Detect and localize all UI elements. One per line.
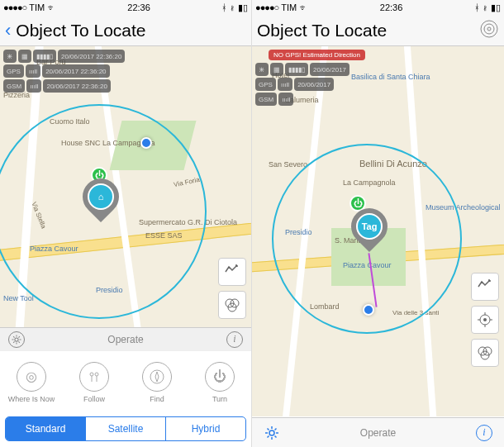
back-button[interactable]: ‹ xyxy=(5,20,11,41)
chip-signal-icon: ıııll xyxy=(26,64,40,78)
chip-timestamp: 20/06/2017 xyxy=(294,78,334,91)
phone-left: ●●●●○ TIM ᯤ 22:36 ᚼ ∦ ▮▯ ‹ Object To Loc… xyxy=(0,0,252,447)
nav-bar: ‹ Object To Locate xyxy=(0,15,251,46)
map-view[interactable]: Hotel Basilica di Santa Chiara Salumeria… xyxy=(252,46,504,416)
operate-bar: Operate i xyxy=(0,327,251,350)
operate-label: Operate xyxy=(107,334,143,345)
bottom-bar: Operate i xyxy=(252,417,504,447)
chip-batt-icon: ▮▮▮▮▯ xyxy=(33,50,56,63)
gps-warning-chip: NO GPS! Estimated Direction xyxy=(269,50,365,60)
settings-button[interactable] xyxy=(264,425,280,441)
map-type-button[interactable] xyxy=(218,258,246,286)
chip-batt-icon: ▮▮▮▮▯ xyxy=(285,63,308,76)
object-pin[interactable]: Tag xyxy=(351,208,388,254)
chip-timestamp: 20/06/2017 22:36:20 xyxy=(42,64,109,78)
bluetooth-icon: ᚼ ∦ xyxy=(221,2,235,12)
svg-point-5 xyxy=(95,373,98,376)
svg-point-3 xyxy=(15,337,18,340)
svg-point-15 xyxy=(269,430,274,435)
svg-point-7 xyxy=(481,21,497,37)
page-title: Object To Locate xyxy=(16,21,145,40)
chip-signal-icon: ıııll xyxy=(26,79,41,93)
chip-timestamp: 20/06/2017 22:36:20 xyxy=(58,50,125,63)
wifi-icon: ᯤ xyxy=(299,2,308,12)
chip-cal-icon: ▦ xyxy=(18,50,31,63)
radar-button[interactable] xyxy=(479,19,499,42)
overlay-toggle-button[interactable] xyxy=(471,339,499,367)
action-find[interactable]: Find xyxy=(132,362,182,403)
svg-point-9 xyxy=(487,27,491,31)
chip-geo-icon: ⛯ xyxy=(3,50,17,63)
signal-dots-icon: ●●●●○ xyxy=(255,2,278,12)
clock: 22:36 xyxy=(127,2,150,12)
compass-icon xyxy=(142,362,172,392)
phone-right: ●●●●○ TIM ᯤ 22:36 ᚼ ∦ ▮▯ Object To Locat… xyxy=(252,0,504,447)
chip-gps-off: GPS xyxy=(3,64,24,78)
user-location-dot xyxy=(140,137,152,149)
chip-geo-icon: ⛯ xyxy=(255,63,269,76)
chip-gsm-off: GSM xyxy=(255,93,277,106)
carrier-label: TIM xyxy=(281,2,297,12)
action-follow[interactable]: Follow xyxy=(69,362,119,403)
poi-label: New Tool xyxy=(3,294,34,302)
target-icon: ◎ xyxy=(17,362,46,392)
signal-dots-icon: ●●●●○ xyxy=(3,2,26,12)
clock: 22:36 xyxy=(380,2,403,12)
tag-icon: ⌂ xyxy=(88,183,114,210)
locate-button[interactable] xyxy=(471,306,499,334)
overlay-chips: ⛯ ▦ ▮▮▮▮▯ 20/06/2017 22:36:20 GPS ıııll … xyxy=(3,50,125,93)
battery-icon: ▮▯ xyxy=(238,2,248,13)
poi-label: San Severo xyxy=(269,160,307,169)
action-row: ◎ Where Is Now Follow Find ⏻ Turn xyxy=(0,350,251,413)
page-title: Object To Locate xyxy=(257,21,387,40)
nav-bar: Object To Locate xyxy=(252,15,504,46)
bluetooth-icon: ᚼ ∦ xyxy=(474,2,488,12)
seg-hybrid[interactable]: Hybrid xyxy=(166,417,245,440)
info-button[interactable]: i xyxy=(226,331,243,348)
user-location-dot xyxy=(363,304,374,316)
operate-label: Operate xyxy=(360,427,396,439)
overlay-chips: ⛯ ▦ ▮▮▮▮▯ 20/06/2017 GPS ıııll 20/06/201… xyxy=(255,63,349,106)
chip-timestamp: 20/06/2017 xyxy=(310,63,349,76)
svg-point-4 xyxy=(90,373,93,376)
power-icon: ⏻ xyxy=(205,362,235,392)
status-bar: ●●●●○ TIM ᯤ 22:36 ᚼ ∦ ▮▯ xyxy=(252,0,504,15)
chip-signal-icon: ıııll xyxy=(278,93,293,106)
svg-point-11 xyxy=(483,318,487,321)
tag-icon: Tag xyxy=(356,213,383,240)
overlay-toggle-button[interactable] xyxy=(218,291,246,319)
chip-gps-off: GPS xyxy=(255,78,276,91)
seg-standard[interactable]: Standard xyxy=(6,417,86,440)
wifi-icon: ᯤ xyxy=(47,2,56,12)
status-bar: ●●●●○ TIM ᯤ 22:36 ᚼ ∦ ▮▯ xyxy=(0,0,251,15)
seg-satellite[interactable]: Satellite xyxy=(86,417,166,440)
info-button[interactable]: i xyxy=(476,425,492,441)
action-turn[interactable]: ⏻ Turn xyxy=(195,362,245,403)
svg-point-8 xyxy=(484,24,494,34)
settings-button[interactable] xyxy=(8,331,25,348)
carrier-label: TIM xyxy=(29,2,45,12)
poi-label: Basilica di Santa Chiara xyxy=(351,73,430,81)
follow-icon xyxy=(79,362,109,392)
action-where-is-now[interactable]: ◎ Where Is Now xyxy=(7,362,56,403)
map-mode-segmented: Standard Satellite Hybrid xyxy=(5,416,246,441)
map-type-button[interactable] xyxy=(471,273,499,301)
chip-timestamp: 20/06/2017 22:36:20 xyxy=(43,79,110,93)
battery-icon: ▮▯ xyxy=(491,2,501,13)
chip-cal-icon: ▦ xyxy=(270,63,283,76)
chip-signal-icon: ıııll xyxy=(278,78,292,91)
chip-gsm-off: GSM xyxy=(3,79,25,93)
object-pin[interactable]: ⌂ xyxy=(83,178,119,225)
map-view[interactable]: Bar Porù Pizzeria Cuomo Italo House SNC … xyxy=(0,46,251,327)
